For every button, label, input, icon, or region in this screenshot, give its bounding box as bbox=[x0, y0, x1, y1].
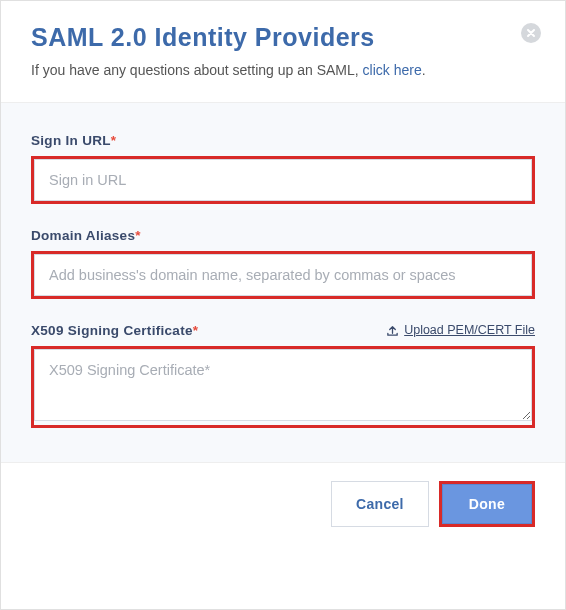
close-icon[interactable] bbox=[521, 23, 541, 43]
signin-highlight-box bbox=[31, 156, 535, 204]
subtitle-suffix: . bbox=[422, 62, 426, 78]
required-marker: * bbox=[111, 133, 117, 148]
modal-body: Sign In URL* Domain Aliases* X509 Signin… bbox=[1, 103, 565, 462]
cert-group: X509 Signing Certificate* Upload PEM/CER… bbox=[31, 323, 535, 428]
domain-aliases-label-text: Domain Aliases bbox=[31, 228, 135, 243]
modal-subtitle: If you have any questions about setting … bbox=[31, 62, 535, 78]
modal-header: SAML 2.0 Identity Providers If you have … bbox=[1, 1, 565, 103]
done-button[interactable]: Done bbox=[442, 484, 532, 524]
cert-textarea[interactable] bbox=[34, 349, 532, 421]
signin-url-group: Sign In URL* bbox=[31, 133, 535, 204]
domain-aliases-input[interactable] bbox=[34, 254, 532, 296]
cert-highlight-box bbox=[31, 346, 535, 428]
required-marker: * bbox=[193, 323, 199, 338]
domain-aliases-label: Domain Aliases* bbox=[31, 228, 535, 243]
upload-pem-link[interactable]: Upload PEM/CERT File bbox=[386, 323, 535, 337]
help-link[interactable]: click here bbox=[363, 62, 422, 78]
required-marker: * bbox=[135, 228, 141, 243]
domain-aliases-group: Domain Aliases* bbox=[31, 228, 535, 299]
subtitle-prefix: If you have any questions about setting … bbox=[31, 62, 363, 78]
upload-pem-label: Upload PEM/CERT File bbox=[404, 323, 535, 337]
saml-modal: SAML 2.0 Identity Providers If you have … bbox=[0, 0, 566, 610]
modal-footer: Cancel Done bbox=[1, 462, 565, 549]
signin-url-label: Sign In URL* bbox=[31, 133, 535, 148]
upload-icon bbox=[386, 324, 399, 337]
modal-title: SAML 2.0 Identity Providers bbox=[31, 23, 535, 52]
cert-label-text: X509 Signing Certificate bbox=[31, 323, 193, 338]
signin-url-input[interactable] bbox=[34, 159, 532, 201]
done-highlight-box: Done bbox=[439, 481, 535, 527]
domain-highlight-box bbox=[31, 251, 535, 299]
cancel-button[interactable]: Cancel bbox=[331, 481, 429, 527]
signin-url-label-text: Sign In URL bbox=[31, 133, 111, 148]
